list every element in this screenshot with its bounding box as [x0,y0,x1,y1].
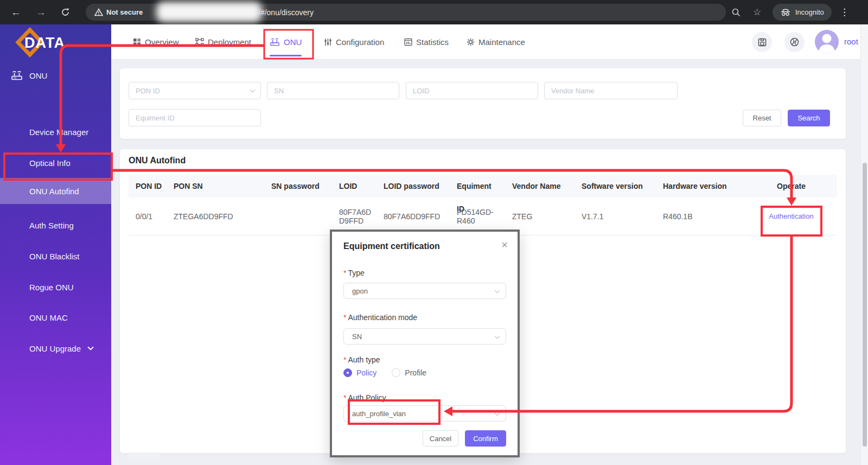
required-marker: * [343,269,346,277]
brand-logo: DATA [0,24,111,60]
sidebar-item-rogue-onu[interactable]: Rogue ONU [0,274,111,300]
sn-input[interactable] [267,82,399,99]
col-sn-password: SN password [264,175,332,198]
sidebar-item-onu-upgrade[interactable]: ONU Upgrade [0,335,111,361]
sidebar-item-label: ONU Autofind [29,187,79,196]
sidebar-item-auth-setting[interactable]: Auth Setting [0,212,111,238]
zoom-button[interactable] [731,0,741,24]
filter-card: Reset Search [120,68,846,139]
cell-pon-sn: ZTEGA6DD9FFD [167,198,264,235]
auth-mode-label: *Authentication mode [343,313,417,322]
equipment-certification-modal: Equipment certification × *Type gpon *Au… [330,230,520,457]
person-icon [815,30,839,54]
sidebar-item-label: Rogue ONU [29,283,74,292]
sidebar-item-label: ONU Blacklist [29,252,80,261]
pon-id-select[interactable] [129,82,261,99]
tab-maintenance[interactable]: Maintenance [467,24,525,60]
confirm-button[interactable]: Confirm [465,430,506,447]
refresh-button[interactable] [61,0,70,24]
cancel-button[interactable]: Cancel [423,430,458,447]
sidebar-item-onu[interactable]: ONU [0,62,111,88]
auth-policy-value: auth_profile_vlan [352,410,406,418]
floppy-icon [758,38,767,47]
not-secure-label: Not secure [106,8,143,16]
pagination-ghost [127,453,161,460]
tab-statistics[interactable]: Statistics [404,24,449,60]
auth-policy-label: *Auth Policy [343,393,386,402]
tab-label: Deployment [208,37,251,47]
auth-type-radio-group: Policy Profile [343,368,426,377]
router-icon [270,37,280,47]
pon-id-input[interactable] [129,82,261,99]
omnibox[interactable]: Not secure /#/onu/discovery [86,4,726,21]
grid-icon [133,38,141,46]
equipment-id-input[interactable] [129,109,261,126]
type-select[interactable]: gpon [343,283,506,299]
tab-label: ONU [284,37,302,47]
warning-icon [94,8,103,16]
logo-text: DATA [24,35,65,51]
username[interactable]: root [844,37,858,46]
scrollbar-thumb[interactable] [863,163,867,447]
back-icon: ← [11,7,21,18]
scrollbar-track[interactable] [860,24,868,465]
table-header: PON ID PON SN SN password LOID LOID pass… [129,175,837,198]
auth-mode-select[interactable]: SN [343,328,506,345]
incognito-badge: Incognito [773,4,832,21]
col-pon-sn: PON SN [167,175,264,198]
sidebar: DATA ONU Device Manager Optical Info ONU… [0,24,111,465]
topnav: Overview Deployment ONU Configuration St… [111,24,868,60]
tab-overview[interactable]: Overview [133,24,179,60]
col-vendor-name: Vendor Name [505,175,575,198]
tab-label: Statistics [416,37,449,47]
auth-policy-select[interactable]: auth_profile_vlan [343,405,506,422]
incognito-icon [780,8,791,17]
radio-policy[interactable]: Policy [343,368,376,377]
close-icon[interactable]: × [501,239,508,250]
radio-unselected-icon [392,368,400,377]
page: ← → Not secure /#/onu/discovery ☆ Incogn… [0,0,868,465]
back-button[interactable]: ← [11,0,21,24]
auth-mode-value: SN [352,333,362,341]
loid-input[interactable] [406,82,538,99]
refresh-icon [61,8,70,17]
radio-profile[interactable]: Profile [392,368,426,377]
url-text: /#/onu/discovery [258,8,314,17]
network-button[interactable] [784,32,805,52]
avatar[interactable] [815,30,839,54]
sidebar-item-label: Optical Info [29,158,71,168]
browser-menu-button[interactable]: ⋮ [840,0,849,24]
globe-icon [790,37,799,47]
required-marker: * [343,313,346,322]
sidebar-item-onu-blacklist[interactable]: ONU Blacklist [0,243,111,269]
sidebar-item-device-manager[interactable]: Device Manager [0,119,111,145]
type-label: *Type [343,269,365,277]
bookmark-star-button[interactable]: ☆ [753,0,761,24]
chevron-down-icon [87,344,93,350]
topology-icon [195,38,204,46]
sidebar-item-onu-autofind[interactable]: ONU Autofind [0,178,111,204]
reset-button[interactable]: Reset [743,110,781,126]
magnifier-icon [731,8,741,17]
auth-type-label: *Auth type [343,355,380,364]
col-hardware-version: Hardware version [656,175,745,198]
incognito-label: Incognito [795,8,824,16]
sidebar-item-onu-mac[interactable]: ONU MAC [0,304,111,330]
search-button[interactable]: Search [788,110,830,126]
blurred-url-segment [156,2,262,22]
sidebar-item-label: Auth Setting [29,221,74,230]
tab-onu[interactable]: ONU [270,24,302,60]
col-pon-id: PON ID [129,175,167,198]
vendor-name-input[interactable] [544,82,678,99]
save-button[interactable] [752,32,772,52]
tab-label: Configuration [336,37,384,47]
sidebar-item-optical-info[interactable]: Optical Info [0,150,111,176]
cell-hardware-version: R460.1B [656,198,745,235]
tab-deployment[interactable]: Deployment [195,24,251,60]
col-loid-password: LOID password [376,175,450,198]
forward-button[interactable]: → [36,0,46,24]
tab-configuration[interactable]: Configuration [324,24,384,60]
authentication-link[interactable]: Authentication [769,212,813,220]
sidebar-item-label: ONU Upgrade [29,344,81,353]
tab-label: Overview [145,37,179,47]
